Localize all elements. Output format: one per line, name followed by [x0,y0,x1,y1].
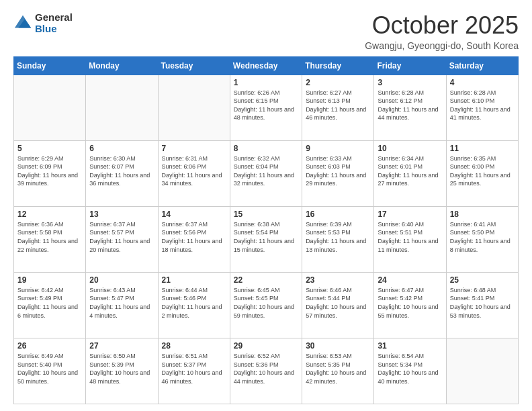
day-info: Sunrise: 6:46 AM Sunset: 5:44 PM Dayligh… [306,286,370,320]
day-info: Sunrise: 6:29 AM Sunset: 6:09 PM Dayligh… [17,154,82,188]
day-info: Sunrise: 6:45 AM Sunset: 5:45 PM Dayligh… [234,286,298,320]
col-sunday: Sunday [14,56,86,75]
day-number: 31 [378,341,442,351]
day-number: 7 [162,144,226,153]
day-number: 6 [89,144,154,153]
day-info: Sunrise: 6:44 AM Sunset: 5:46 PM Dayligh… [162,286,226,320]
day-info: Sunrise: 6:28 AM Sunset: 6:12 PM Dayligh… [378,89,442,122]
day-number: 23 [306,275,370,285]
day-info: Sunrise: 6:38 AM Sunset: 5:54 PM Dayligh… [234,220,298,254]
day-number: 25 [450,275,515,285]
col-wednesday: Wednesday [230,56,302,75]
day-info: Sunrise: 6:48 AM Sunset: 5:41 PM Dayligh… [450,286,515,320]
table-row: 28Sunrise: 6:51 AM Sunset: 5:37 PM Dayli… [158,338,230,404]
table-row: 1Sunrise: 6:26 AM Sunset: 6:15 PM Daylig… [230,75,302,140]
table-row: 29Sunrise: 6:52 AM Sunset: 5:36 PM Dayli… [230,338,302,404]
day-info: Sunrise: 6:40 AM Sunset: 5:51 PM Dayligh… [378,220,442,254]
col-thursday: Thursday [302,56,374,75]
day-info: Sunrise: 6:51 AM Sunset: 5:37 PM Dayligh… [162,352,226,385]
day-number: 21 [162,275,226,285]
month-title: October 2025 [365,12,519,39]
day-number: 4 [450,78,515,87]
day-info: Sunrise: 6:34 AM Sunset: 6:01 PM Dayligh… [378,154,442,188]
day-number: 10 [378,144,442,153]
table-row: 11Sunrise: 6:35 AM Sunset: 6:00 PM Dayli… [446,140,518,206]
day-number: 15 [234,210,298,219]
day-number: 29 [234,341,298,351]
col-friday: Friday [374,56,446,75]
day-number: 5 [17,144,82,153]
day-info: Sunrise: 6:47 AM Sunset: 5:42 PM Dayligh… [378,286,442,320]
table-row: 10Sunrise: 6:34 AM Sunset: 6:01 PM Dayli… [374,140,446,206]
table-row: 2Sunrise: 6:27 AM Sunset: 6:13 PM Daylig… [302,75,374,140]
table-row: 3Sunrise: 6:28 AM Sunset: 6:12 PM Daylig… [374,75,446,140]
table-row: 8Sunrise: 6:32 AM Sunset: 6:04 PM Daylig… [230,140,302,206]
calendar-week-row: 19Sunrise: 6:42 AM Sunset: 5:49 PM Dayli… [14,272,519,338]
day-info: Sunrise: 6:32 AM Sunset: 6:04 PM Dayligh… [234,154,298,188]
day-number: 28 [162,341,226,351]
table-row: 19Sunrise: 6:42 AM Sunset: 5:49 PM Dayli… [14,272,86,338]
table-row: 27Sunrise: 6:50 AM Sunset: 5:39 PM Dayli… [86,338,158,404]
table-row: 22Sunrise: 6:45 AM Sunset: 5:45 PM Dayli… [230,272,302,338]
table-row: 24Sunrise: 6:47 AM Sunset: 5:42 PM Dayli… [374,272,446,338]
table-row: 5Sunrise: 6:29 AM Sunset: 6:09 PM Daylig… [14,140,86,206]
table-row: 16Sunrise: 6:39 AM Sunset: 5:53 PM Dayli… [302,206,374,272]
table-row: 30Sunrise: 6:53 AM Sunset: 5:35 PM Dayli… [302,338,374,404]
day-number: 30 [306,341,370,351]
table-row: 14Sunrise: 6:37 AM Sunset: 5:56 PM Dayli… [158,206,230,272]
table-row [446,338,518,404]
day-info: Sunrise: 6:42 AM Sunset: 5:49 PM Dayligh… [17,286,82,320]
day-info: Sunrise: 6:28 AM Sunset: 6:10 PM Dayligh… [450,89,515,122]
table-row: 7Sunrise: 6:31 AM Sunset: 6:06 PM Daylig… [158,140,230,206]
day-info: Sunrise: 6:43 AM Sunset: 5:47 PM Dayligh… [89,286,154,320]
table-row: 25Sunrise: 6:48 AM Sunset: 5:41 PM Dayli… [446,272,518,338]
day-info: Sunrise: 6:36 AM Sunset: 5:58 PM Dayligh… [17,220,82,254]
day-number: 1 [234,78,298,87]
day-number: 24 [378,275,442,285]
day-info: Sunrise: 6:30 AM Sunset: 6:07 PM Dayligh… [89,154,154,188]
day-info: Sunrise: 6:41 AM Sunset: 5:50 PM Dayligh… [450,220,515,254]
day-number: 20 [89,275,154,285]
day-info: Sunrise: 6:27 AM Sunset: 6:13 PM Dayligh… [306,89,370,122]
day-number: 18 [450,210,515,219]
calendar-header-row: Sunday Monday Tuesday Wednesday Thursday… [14,56,519,75]
day-info: Sunrise: 6:37 AM Sunset: 5:57 PM Dayligh… [89,220,154,254]
day-number: 26 [17,341,82,351]
location: Gwangju, Gyeonggi-do, South Korea [365,40,519,51]
day-info: Sunrise: 6:26 AM Sunset: 6:15 PM Dayligh… [234,89,298,122]
day-number: 22 [234,275,298,285]
col-tuesday: Tuesday [158,56,230,75]
day-info: Sunrise: 6:35 AM Sunset: 6:00 PM Dayligh… [450,154,515,188]
table-row: 12Sunrise: 6:36 AM Sunset: 5:58 PM Dayli… [14,206,86,272]
table-row [14,75,86,140]
day-number: 14 [162,210,226,219]
table-row: 20Sunrise: 6:43 AM Sunset: 5:47 PM Dayli… [86,272,158,338]
col-monday: Monday [86,56,158,75]
table-row: 18Sunrise: 6:41 AM Sunset: 5:50 PM Dayli… [446,206,518,272]
table-row: 31Sunrise: 6:54 AM Sunset: 5:34 PM Dayli… [374,338,446,404]
day-info: Sunrise: 6:39 AM Sunset: 5:53 PM Dayligh… [306,220,370,254]
calendar-week-row: 1Sunrise: 6:26 AM Sunset: 6:15 PM Daylig… [14,75,519,140]
day-info: Sunrise: 6:52 AM Sunset: 5:36 PM Dayligh… [234,352,298,385]
day-info: Sunrise: 6:33 AM Sunset: 6:03 PM Dayligh… [306,154,370,188]
table-row [86,75,158,140]
header: General Blue October 2025 Gwangju, Gyeon… [13,12,519,51]
table-row: 9Sunrise: 6:33 AM Sunset: 6:03 PM Daylig… [302,140,374,206]
day-number: 27 [89,341,154,351]
logo: General Blue [13,12,73,34]
table-row: 23Sunrise: 6:46 AM Sunset: 5:44 PM Dayli… [302,272,374,338]
day-info: Sunrise: 6:37 AM Sunset: 5:56 PM Dayligh… [162,220,226,254]
logo-icon [13,14,32,33]
day-number: 11 [450,144,515,153]
day-info: Sunrise: 6:54 AM Sunset: 5:34 PM Dayligh… [378,352,442,385]
day-number: 3 [378,78,442,87]
day-number: 16 [306,210,370,219]
logo-text: General Blue [35,12,73,34]
table-row: 6Sunrise: 6:30 AM Sunset: 6:07 PM Daylig… [86,140,158,206]
day-info: Sunrise: 6:49 AM Sunset: 5:40 PM Dayligh… [17,352,82,385]
table-row: 4Sunrise: 6:28 AM Sunset: 6:10 PM Daylig… [446,75,518,140]
day-number: 2 [306,78,370,87]
day-info: Sunrise: 6:31 AM Sunset: 6:06 PM Dayligh… [162,154,226,188]
day-info: Sunrise: 6:53 AM Sunset: 5:35 PM Dayligh… [306,352,370,385]
calendar-week-row: 12Sunrise: 6:36 AM Sunset: 5:58 PM Dayli… [14,206,519,272]
